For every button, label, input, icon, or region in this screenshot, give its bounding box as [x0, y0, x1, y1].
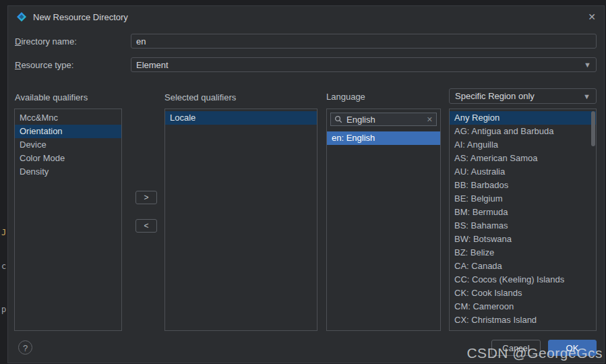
list-item[interactable]: BM: Bermuda	[450, 206, 596, 219]
move-right-button[interactable]: >	[135, 191, 157, 204]
screen: Jcp New Resource Directory ✕ Directory n…	[0, 0, 606, 364]
resource-type-value: Element	[136, 60, 169, 70]
chevron-down-icon: ▼	[584, 61, 591, 69]
search-icon	[334, 115, 342, 123]
editor-text-fragment: p	[1, 305, 6, 314]
list-item[interactable]: Orientation	[15, 125, 121, 138]
selected-qualifiers-header: Selected qualifiers	[164, 92, 236, 102]
list-item[interactable]: CC: Cocos (Keeling) Islands	[450, 273, 596, 286]
list-item[interactable]: BZ: Belize	[450, 246, 596, 260]
list-item[interactable]: CX: Christmas Island	[450, 313, 596, 327]
list-item[interactable]: CK: Cook Islands	[450, 286, 596, 300]
list-item[interactable]: Any Region	[450, 111, 596, 125]
list-item[interactable]: CY: Cyprus	[450, 327, 596, 331]
list-item[interactable]: Color Mode	[15, 152, 121, 165]
language-search-field[interactable]: ✕	[330, 113, 437, 126]
language-panel: ✕ en: English	[326, 109, 441, 331]
region-list: Any RegionAG: Antigua and BarbudaAI: Ang…	[449, 109, 597, 331]
list-item[interactable]: Density	[15, 165, 121, 179]
background-editor-strip: Jcp	[0, 0, 7, 364]
clear-icon[interactable]: ✕	[427, 115, 433, 124]
selected-qualifiers-list: Locale	[164, 109, 317, 331]
region-scrollbar[interactable]	[591, 111, 595, 146]
list-item[interactable]: Locale	[165, 111, 317, 125]
directory-name-input[interactable]	[131, 34, 597, 49]
list-item[interactable]: en: English	[327, 131, 440, 145]
list-item[interactable]: AI: Anguilla	[450, 138, 596, 152]
region-filter-dropdown[interactable]: Specific Region only ▼	[449, 88, 597, 104]
list-item[interactable]: Device	[15, 138, 121, 152]
list-item[interactable]: BB: Barbados	[450, 179, 596, 192]
list-item[interactable]: AS: American Samoa	[450, 152, 596, 165]
list-item[interactable]: BE: Belgium	[450, 192, 596, 206]
region-filter-value: Specific Region only	[455, 91, 535, 101]
dialog-title: New Resource Directory	[33, 12, 128, 22]
resource-type-label: Resource type:	[15, 60, 73, 70]
available-qualifiers-header: Available qualifiers	[15, 92, 88, 102]
language-header: Language	[326, 92, 365, 102]
language-list: en: English	[327, 131, 440, 145]
available-qualifiers-list: Mcc&MncOrientationDeviceColor ModeDensit…	[14, 109, 122, 331]
list-item[interactable]: Mcc&Mnc	[15, 111, 121, 125]
editor-text-fragment: c	[1, 262, 6, 271]
list-item[interactable]: AG: Antigua and Barbuda	[450, 125, 596, 138]
new-resource-directory-dialog: New Resource Directory ✕ Directory name:…	[7, 5, 605, 363]
list-item[interactable]: CA: Canada	[450, 260, 596, 273]
list-item[interactable]: AU: Australia	[450, 165, 596, 179]
list-item[interactable]: CM: Cameroon	[450, 300, 596, 313]
cancel-button[interactable]: Cancel	[491, 340, 541, 356]
language-search-input[interactable]	[345, 114, 424, 125]
chevron-down-icon: ▼	[583, 92, 590, 100]
resource-type-dropdown[interactable]: Element ▼	[131, 57, 597, 72]
deveco-studio-icon	[16, 11, 27, 22]
ok-button[interactable]: OK	[548, 340, 597, 356]
directory-name-label: Directory name:	[15, 36, 77, 47]
help-button[interactable]: ?	[18, 340, 32, 355]
list-item[interactable]: BS: Bahamas	[450, 219, 596, 233]
dialog-titlebar: New Resource Directory ✕	[8, 6, 604, 28]
close-icon[interactable]: ✕	[588, 12, 596, 22]
move-left-button[interactable]: <	[135, 219, 157, 233]
list-item[interactable]: BW: Botswana	[450, 233, 596, 246]
editor-text-fragment: J	[1, 228, 6, 237]
